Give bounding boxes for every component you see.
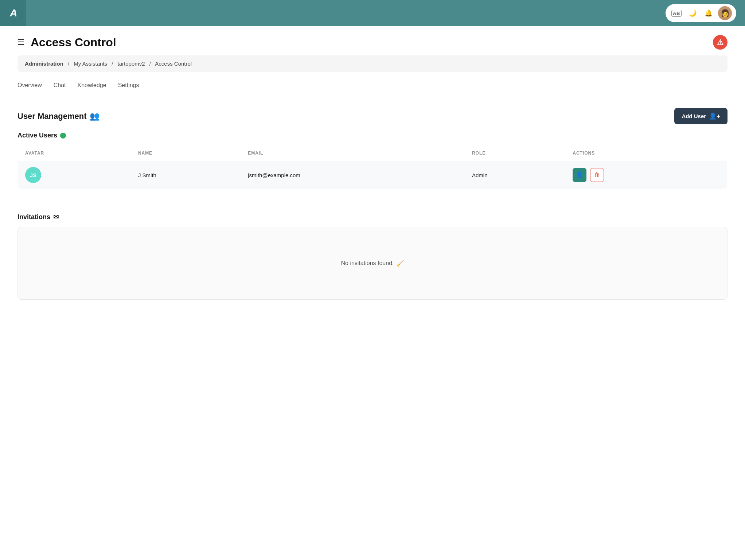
tab-settings[interactable]: Settings <box>118 81 139 90</box>
alert-badge[interactable]: ⚠ <box>713 35 728 50</box>
breadcrumb-my-assistants[interactable]: My Assistants <box>74 61 107 67</box>
table-head: AVATAR NAME EMAIL ROLE ACTIONS <box>18 145 728 161</box>
user-avatar[interactable]: 👩 <box>718 6 732 20</box>
tab-chat[interactable]: Chat <box>54 81 66 90</box>
notification-button[interactable]: 🔔 <box>702 7 715 20</box>
edit-role-button[interactable]: 👤 <box>573 168 586 182</box>
col-avatar: AVATAR <box>18 145 131 161</box>
add-user-icon: 👤+ <box>709 112 720 120</box>
breadcrumb-admin[interactable]: Administration <box>25 61 63 67</box>
user-name-cell: J Smith <box>131 161 241 189</box>
invitations-box: No invitations found. 🧹 <box>17 227 728 300</box>
add-user-label: Add User <box>682 113 706 119</box>
active-indicator <box>60 133 66 139</box>
user-actions-cell: 👤 🗑 <box>565 161 727 189</box>
main-layout: ☰ Access Control ⚠ Administration / My A… <box>0 26 745 560</box>
no-invitations-message: No invitations found. 🧹 <box>341 260 404 267</box>
user-management-title: User Management 👥 <box>17 112 100 121</box>
section-divider <box>17 201 728 201</box>
user-role-cell: Admin <box>465 161 565 189</box>
invitations-title: Invitations ✉ <box>17 213 728 221</box>
top-header: A AB 🌙 🔔 👩 <box>0 0 745 26</box>
content-area: User Management 👥 Add User 👤+ Active Use… <box>0 99 745 308</box>
table-row: JS J Smith jsmith@example.com Admin 👤 🗑 <box>18 161 728 189</box>
header-right: AB 🌙 🔔 👩 <box>666 4 736 22</box>
hamburger-icon[interactable]: ☰ <box>17 38 25 47</box>
table-header-row: AVATAR NAME EMAIL ROLE ACTIONS <box>18 145 728 161</box>
nav-tabs: Overview Chat Knowledge Settings <box>0 78 745 96</box>
col-role: ROLE <box>465 145 565 161</box>
col-name: NAME <box>131 145 241 161</box>
page-header: ☰ Access Control ⚠ <box>0 26 745 55</box>
page-header-left: ☰ Access Control <box>17 36 116 49</box>
dark-mode-button[interactable]: 🌙 <box>686 7 699 20</box>
user-email-cell: jsmith@example.com <box>241 161 465 189</box>
user-avatar-cell: JS <box>18 161 131 189</box>
col-email: EMAIL <box>241 145 465 161</box>
breadcrumb: Administration / My Assistants / tartopo… <box>17 55 728 72</box>
avatar-face: 👩 <box>718 6 732 20</box>
trash-icon: 🗑 <box>594 172 600 178</box>
table-body: JS J Smith jsmith@example.com Admin 👤 🗑 <box>18 161 728 189</box>
delete-user-button[interactable]: 🗑 <box>590 168 604 182</box>
user-management-header: User Management 👥 Add User 👤+ <box>17 108 728 124</box>
col-actions: ACTIONS <box>565 145 727 161</box>
add-user-button[interactable]: Add User 👤+ <box>674 108 728 124</box>
moon-icon: 🌙 <box>689 9 697 17</box>
active-users-title: Active Users <box>17 132 728 139</box>
logo-icon: A <box>10 7 16 19</box>
bell-icon: 🔔 <box>705 9 713 17</box>
edit-role-icon: 👤 <box>576 171 583 178</box>
user-avatar-badge: JS <box>25 167 41 183</box>
breadcrumb-access-control[interactable]: Access Control <box>155 61 192 67</box>
ab-button[interactable]: AB <box>670 7 683 20</box>
no-invitations-emoji: 🧹 <box>397 260 404 267</box>
tab-knowledge[interactable]: Knowledge <box>77 81 106 90</box>
tab-overview[interactable]: Overview <box>17 81 42 90</box>
ab-icon: AB <box>671 10 682 17</box>
invitations-emoji: ✉ <box>53 213 59 221</box>
page-title: Access Control <box>31 36 116 49</box>
logo-area[interactable]: A <box>0 0 26 26</box>
user-initials: JS <box>30 172 36 178</box>
users-emoji: 👥 <box>90 112 100 121</box>
breadcrumb-tartopomv2[interactable]: tartopomv2 <box>118 61 145 67</box>
users-table: AVATAR NAME EMAIL ROLE ACTIONS JS J Smit… <box>17 145 728 189</box>
alert-icon: ⚠ <box>717 38 723 47</box>
